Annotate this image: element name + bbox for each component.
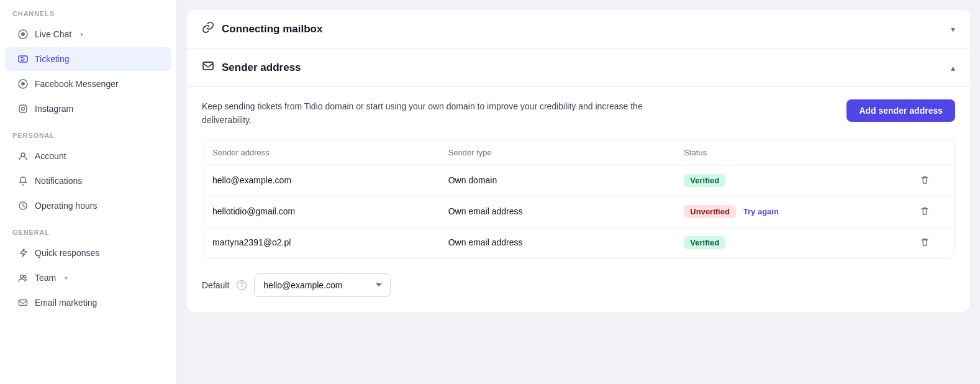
row1-status: Verified bbox=[684, 174, 920, 187]
svg-rect-12 bbox=[203, 62, 213, 70]
facebook-icon bbox=[17, 78, 29, 89]
chat-icon bbox=[17, 29, 29, 40]
sidebar-item-email-marketing[interactable]: Email marketing bbox=[5, 291, 171, 314]
sidebar-item-email-marketing-label: Email marketing bbox=[35, 298, 97, 308]
help-icon[interactable]: ? bbox=[237, 280, 247, 290]
connecting-mailbox-header[interactable]: Connecting mailbox ▾ bbox=[187, 10, 970, 48]
row3-actions bbox=[920, 237, 945, 247]
default-label: Default bbox=[202, 280, 229, 290]
try-again-link[interactable]: Try again bbox=[743, 207, 779, 216]
email-icon bbox=[17, 297, 29, 308]
row2-actions bbox=[920, 206, 945, 216]
col-header-type: Sender type bbox=[448, 148, 684, 157]
sender-address-title: Sender address bbox=[222, 62, 301, 74]
sidebar-item-ticketing[interactable]: Ticketing bbox=[5, 47, 171, 71]
sidebar-item-facebook[interactable]: Facebook Messenger bbox=[5, 72, 171, 96]
personal-section-label: PERSONAL bbox=[0, 122, 176, 143]
table-header-row: Sender address Sender type Status bbox=[202, 140, 955, 165]
instagram-icon bbox=[17, 103, 29, 114]
sender-address-header-left: Sender address bbox=[202, 60, 301, 75]
sender-address-header[interactable]: Sender address ▴ bbox=[187, 48, 970, 87]
delete-row2-button[interactable] bbox=[920, 206, 930, 216]
bolt-icon bbox=[17, 247, 29, 258]
sidebar-item-team[interactable]: Team ▾ bbox=[5, 266, 171, 290]
row3-status: Verified bbox=[684, 236, 920, 249]
table-row: hellotidio@gmail.com Own email address U… bbox=[202, 196, 955, 227]
table-row: hello@example.com Own domain Verified bbox=[202, 165, 955, 196]
account-icon bbox=[17, 150, 29, 162]
col-header-address: Sender address bbox=[212, 148, 448, 157]
team-icon bbox=[17, 272, 29, 283]
row3-type: Own email address bbox=[448, 237, 684, 247]
status-badge-verified: Verified bbox=[684, 236, 725, 249]
content-panel: Connecting mailbox ▾ Sender address ▴ bbox=[187, 10, 970, 312]
link-icon bbox=[202, 21, 214, 37]
sidebar-item-facebook-label: Facebook Messenger bbox=[35, 79, 119, 89]
sender-address-body: Keep sending tickets from Tidio domain o… bbox=[187, 87, 970, 312]
table-row: martyna2391@o2.pl Own email address Veri… bbox=[202, 227, 955, 258]
sidebar-item-quick-responses-label: Quick responses bbox=[35, 248, 99, 258]
status-badge-unverified: Unverified bbox=[684, 205, 736, 218]
svg-point-9 bbox=[20, 275, 24, 278]
sidebar-item-live-chat-label: Live Chat bbox=[35, 29, 71, 39]
sidebar-item-quick-responses[interactable]: Quick responses bbox=[5, 241, 171, 265]
row1-type: Own domain bbox=[448, 175, 684, 185]
clock-icon bbox=[17, 200, 29, 211]
sender-address-section: Sender address ▴ Keep sending tickets fr… bbox=[187, 48, 970, 312]
sender-description-text: Keep sending tickets from Tidio domain o… bbox=[202, 99, 668, 127]
svg-point-1 bbox=[21, 32, 25, 36]
sender-address-table: Sender address Sender type Status hello@… bbox=[202, 140, 955, 258]
col-header-actions bbox=[920, 148, 945, 157]
svg-point-5 bbox=[22, 107, 25, 111]
sender-description-row: Keep sending tickets from Tidio domain o… bbox=[202, 99, 955, 127]
row3-address: martyna2391@o2.pl bbox=[212, 237, 448, 247]
connecting-mailbox-header-left: Connecting mailbox bbox=[202, 21, 322, 37]
sidebar-item-live-chat[interactable]: Live Chat ▾ bbox=[5, 22, 171, 46]
svg-point-10 bbox=[24, 275, 26, 278]
row1-address: hello@example.com bbox=[212, 175, 448, 185]
envelope-icon bbox=[202, 60, 214, 75]
sidebar-item-ticketing-label: Ticketing bbox=[35, 54, 70, 64]
channels-section-label: CHANNELS bbox=[0, 0, 176, 21]
general-section-label: GENERAL bbox=[0, 219, 176, 240]
sidebar-item-notifications[interactable]: Notifications bbox=[5, 169, 171, 193]
sidebar-item-instagram[interactable]: Instagram bbox=[5, 97, 171, 121]
chevron-down-icon: ▾ bbox=[65, 275, 68, 281]
svg-point-7 bbox=[21, 153, 25, 157]
ticket-icon bbox=[17, 53, 29, 65]
sidebar-item-operating-hours[interactable]: Operating hours bbox=[5, 194, 171, 217]
svg-point-6 bbox=[25, 106, 26, 107]
default-address-select[interactable]: hello@example.com hellotidio@gmail.com m… bbox=[254, 273, 391, 297]
delete-row1-button[interactable] bbox=[920, 175, 930, 185]
chevron-down-icon: ▾ bbox=[951, 24, 955, 34]
col-header-status: Status bbox=[684, 148, 920, 157]
row2-address: hellotidio@gmail.com bbox=[212, 206, 448, 216]
add-sender-address-button[interactable]: Add sender address bbox=[846, 99, 955, 122]
row2-type: Own email address bbox=[448, 206, 684, 216]
row2-status: Unverified Try again bbox=[684, 205, 920, 218]
sidebar-item-operating-hours-label: Operating hours bbox=[35, 201, 97, 211]
main-content: Connecting mailbox ▾ Sender address ▴ bbox=[177, 0, 980, 384]
svg-rect-4 bbox=[19, 105, 27, 112]
default-row: Default ? hello@example.com hellotidio@g… bbox=[202, 271, 955, 299]
bell-icon bbox=[17, 175, 29, 186]
chevron-down-icon: ▾ bbox=[80, 31, 83, 38]
status-badge-verified: Verified bbox=[684, 174, 725, 187]
sidebar-item-notifications-label: Notifications bbox=[35, 176, 82, 186]
sidebar-item-account[interactable]: Account bbox=[5, 144, 171, 168]
delete-row3-button[interactable] bbox=[920, 237, 930, 247]
svg-rect-11 bbox=[19, 300, 27, 306]
sidebar-item-instagram-label: Instagram bbox=[35, 104, 73, 114]
connecting-mailbox-title: Connecting mailbox bbox=[222, 23, 322, 35]
sidebar-item-team-label: Team bbox=[35, 273, 56, 283]
sidebar-item-account-label: Account bbox=[35, 151, 66, 161]
sidebar: CHANNELS Live Chat ▾ Ticketing bbox=[0, 0, 177, 384]
chevron-up-icon: ▴ bbox=[951, 63, 955, 73]
row1-actions bbox=[920, 175, 945, 185]
